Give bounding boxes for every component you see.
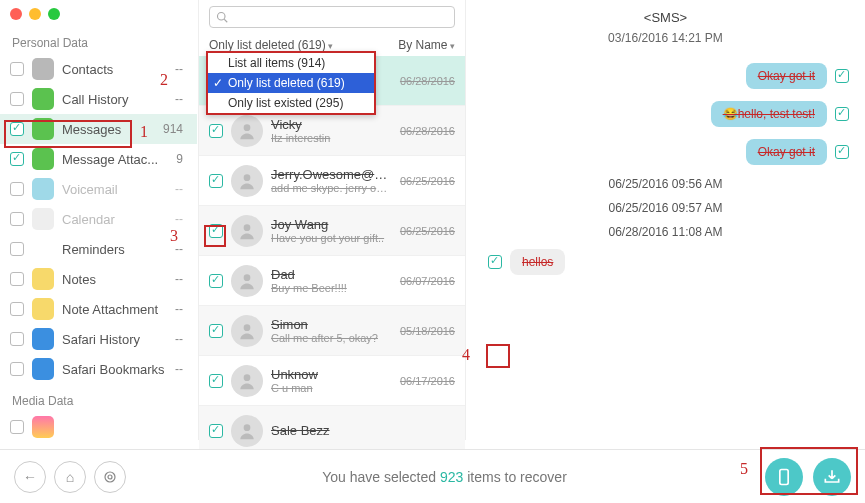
sidebar-item-message-attac-[interactable]: Message Attac...9 bbox=[0, 144, 197, 174]
back-button[interactable]: ← bbox=[14, 461, 46, 493]
thread-date: 06/17/2016 bbox=[400, 375, 455, 387]
checkbox-icon[interactable] bbox=[10, 332, 24, 346]
home-button[interactable]: ⌂ bbox=[54, 461, 86, 493]
filter-dropdown[interactable]: Only list deleted (619) bbox=[209, 38, 333, 52]
thread-checkbox[interactable] bbox=[209, 324, 223, 338]
settings-button[interactable] bbox=[94, 461, 126, 493]
message-bubble-out: 😂hello, test test! bbox=[711, 101, 827, 127]
sidebar-item-count: -- bbox=[175, 92, 187, 106]
thread-checkbox[interactable] bbox=[209, 424, 223, 438]
thread-name: Dad bbox=[271, 267, 392, 282]
svg-point-9 bbox=[244, 424, 251, 431]
minimize-window-button[interactable] bbox=[29, 8, 41, 20]
recover-to-computer-button[interactable] bbox=[813, 458, 851, 496]
sidebar-item-reminders[interactable]: Reminders-- bbox=[0, 234, 197, 264]
category-icon bbox=[32, 118, 54, 140]
sidebar-item-safari-history[interactable]: Safari History-- bbox=[0, 324, 197, 354]
sidebar-item-label: Safari Bookmarks bbox=[62, 362, 167, 377]
detail-title: <SMS> bbox=[482, 10, 849, 25]
sidebar-item-count: 914 bbox=[163, 122, 187, 136]
message-checkbox[interactable] bbox=[835, 107, 849, 121]
category-icon bbox=[32, 58, 54, 80]
thread-checkbox[interactable] bbox=[209, 374, 223, 388]
category-icon bbox=[32, 148, 54, 170]
message-checkbox[interactable] bbox=[835, 145, 849, 159]
window-traffic-lights bbox=[10, 8, 60, 20]
thread-item[interactable]: SimonCall me after 5, okay?05/18/2016 bbox=[199, 306, 465, 356]
checkbox-icon[interactable] bbox=[10, 152, 24, 166]
checkbox-icon[interactable] bbox=[10, 242, 24, 256]
category-icon bbox=[32, 268, 54, 290]
filter-option[interactable]: Only list deleted (619) bbox=[208, 73, 374, 93]
thread-item[interactable]: UnknowC u man06/17/2016 bbox=[199, 356, 465, 406]
checkbox-icon[interactable] bbox=[10, 420, 24, 434]
thread-date: 06/25/2016 bbox=[400, 175, 455, 187]
svg-point-0 bbox=[218, 13, 226, 21]
close-window-button[interactable] bbox=[10, 8, 22, 20]
footer-bar: ← ⌂ You have selected 923 items to recov… bbox=[0, 449, 865, 503]
avatar bbox=[231, 165, 263, 197]
search-input[interactable] bbox=[209, 6, 455, 28]
thread-checkbox[interactable] bbox=[209, 274, 223, 288]
thread-checkbox[interactable] bbox=[209, 224, 223, 238]
sidebar-item-safari-bookmarks[interactable]: Safari Bookmarks-- bbox=[0, 354, 197, 384]
sidebar-item-count: -- bbox=[175, 212, 187, 226]
sidebar-item-media[interactable] bbox=[0, 412, 197, 442]
message-checkbox[interactable] bbox=[488, 255, 502, 269]
sidebar-item-calendar[interactable]: Calendar-- bbox=[0, 204, 197, 234]
thread-date: 06/28/2016 bbox=[400, 75, 455, 87]
timestamp-line: 06/25/2016 09:56 AM bbox=[482, 177, 849, 191]
search-icon bbox=[216, 11, 228, 23]
timestamp-line: 06/25/2016 09:57 AM bbox=[482, 201, 849, 215]
thread-checkbox[interactable] bbox=[209, 174, 223, 188]
thread-name: Unknow bbox=[271, 367, 392, 382]
sidebar-item-count: -- bbox=[175, 272, 187, 286]
annotation-num-1: 1 bbox=[140, 123, 148, 141]
filter-option[interactable]: Only list existed (295) bbox=[208, 93, 374, 113]
filter-option[interactable]: List all items (914) bbox=[208, 53, 374, 73]
message-bubble-out: Okay got it bbox=[746, 63, 827, 89]
avatar bbox=[231, 315, 263, 347]
checkbox-icon[interactable] bbox=[10, 212, 24, 226]
sidebar-item-label: Contacts bbox=[62, 62, 167, 77]
thread-item[interactable]: Jerry.Owesome@aol.comadd me skype. jerry… bbox=[199, 156, 465, 206]
maximize-window-button[interactable] bbox=[48, 8, 60, 20]
avatar bbox=[231, 265, 263, 297]
checkbox-icon[interactable] bbox=[10, 302, 24, 316]
svg-point-5 bbox=[244, 224, 251, 231]
checkbox-icon[interactable] bbox=[10, 62, 24, 76]
thread-item[interactable]: DadBuy me Beer!!!!06/07/2016 bbox=[199, 256, 465, 306]
sidebar-item-note-attachment[interactable]: Note Attachment-- bbox=[0, 294, 197, 324]
sort-dropdown[interactable]: By Name bbox=[398, 38, 455, 52]
checkbox-icon[interactable] bbox=[10, 272, 24, 286]
sidebar-item-label: Calendar bbox=[62, 212, 167, 227]
svg-point-4 bbox=[244, 174, 251, 181]
thread-preview: Have you got your gift.. bbox=[271, 232, 392, 244]
svg-point-6 bbox=[244, 274, 251, 281]
recover-to-device-button[interactable] bbox=[765, 458, 803, 496]
device-icon bbox=[774, 467, 794, 487]
category-icon bbox=[32, 238, 54, 260]
detail-timestamp: 03/16/2016 14:21 PM bbox=[482, 31, 849, 45]
svg-rect-12 bbox=[780, 469, 788, 484]
sidebar-item-voicemail[interactable]: Voicemail-- bbox=[0, 174, 197, 204]
sidebar-item-notes[interactable]: Notes-- bbox=[0, 264, 197, 294]
category-icon bbox=[32, 208, 54, 230]
thread-name: Jerry.Owesome@aol.com bbox=[271, 167, 392, 182]
checkbox-icon[interactable] bbox=[10, 122, 24, 136]
thread-checkbox[interactable] bbox=[209, 124, 223, 138]
sidebar-section-media: Media Data bbox=[0, 390, 197, 412]
checkbox-icon[interactable] bbox=[10, 92, 24, 106]
checkbox-icon[interactable] bbox=[10, 182, 24, 196]
selected-count: 923 bbox=[440, 469, 463, 485]
message-checkbox[interactable] bbox=[835, 69, 849, 83]
thread-item[interactable]: Joy WangHave you got your gift..06/25/20… bbox=[199, 206, 465, 256]
sidebar-item-messages[interactable]: Messages914 bbox=[0, 114, 197, 144]
category-icon bbox=[32, 298, 54, 320]
sidebar-item-label: Voicemail bbox=[62, 182, 167, 197]
checkbox-icon[interactable] bbox=[10, 362, 24, 376]
thread-preview: C u man bbox=[271, 382, 392, 394]
gear-icon bbox=[102, 469, 118, 485]
sidebar-item-label: Note Attachment bbox=[62, 302, 167, 317]
search-field[interactable] bbox=[232, 10, 448, 24]
